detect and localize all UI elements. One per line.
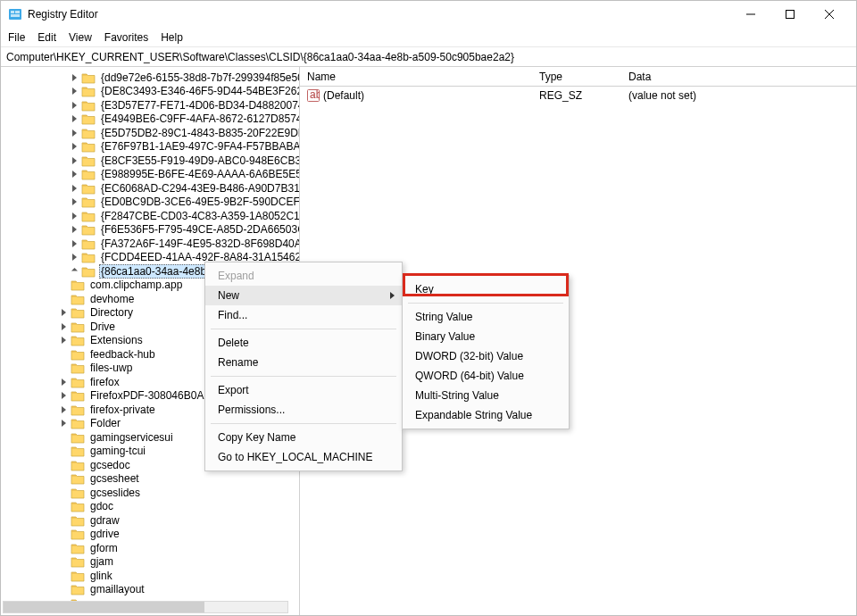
tree-item[interactable]: {EC6068AD-C294-43E9-B486-A90D7B31E3CB} xyxy=(4,181,299,196)
tree-item[interactable]: gjam xyxy=(4,555,299,570)
ctx-delete[interactable]: Delete xyxy=(205,333,402,353)
folder-icon xyxy=(81,251,96,263)
tree-item[interactable]: gdraw xyxy=(4,513,299,528)
ctx-goto-hklm[interactable]: Go to HKEY_LOCAL_MACHINE xyxy=(205,447,402,467)
chevron-right-icon[interactable] xyxy=(69,183,79,194)
menu-help[interactable]: Help xyxy=(161,31,183,44)
tree-item[interactable]: {E5D75DB2-89C1-4843-B835-20F22E9DDC93} xyxy=(4,126,299,140)
folder-icon xyxy=(71,320,85,333)
folder-icon xyxy=(71,472,85,485)
ctx-new-string[interactable]: String Value xyxy=(403,307,569,327)
chevron-right-icon[interactable] xyxy=(69,86,79,96)
chevron-right-icon[interactable] xyxy=(58,404,69,415)
menu-file[interactable]: File xyxy=(8,31,25,44)
tree-item[interactable]: gcsesheet xyxy=(4,472,299,487)
col-header-name[interactable]: Name xyxy=(300,71,532,83)
folder-icon xyxy=(71,279,85,291)
scrollbar-thumb[interactable] xyxy=(4,602,204,612)
ctx-new-dword[interactable]: DWORD (32-bit) Value xyxy=(403,346,569,366)
tree-item-label: Extensions xyxy=(88,334,145,346)
chevron-right-icon[interactable] xyxy=(69,128,79,138)
ctx-new-multistring[interactable]: Multi-String Value xyxy=(403,386,569,405)
folder-icon xyxy=(81,223,96,236)
chevron-right-icon[interactable] xyxy=(69,196,79,207)
tree-item-label: feedback-hub xyxy=(88,348,157,361)
folder-icon xyxy=(81,85,96,97)
ctx-copy-key-name[interactable]: Copy Key Name xyxy=(205,428,402,447)
tree-item-label: gaming-tcui xyxy=(88,445,147,457)
chevron-right-icon[interactable] xyxy=(69,72,79,83)
value-row[interactable]: (Default) REG_SZ (value not set) xyxy=(300,87,856,104)
ctx-new-key[interactable]: Key xyxy=(403,279,569,299)
tree-item[interactable]: gform xyxy=(4,541,299,555)
tree-item[interactable]: {F6E536F5-F795-49CE-A85D-2DA66503C6F1} xyxy=(4,223,299,237)
ctx-rename[interactable]: Rename xyxy=(205,353,402,372)
folder-icon xyxy=(71,555,85,568)
folder-icon xyxy=(71,542,85,554)
tree-item[interactable]: gmaillayout xyxy=(4,583,299,597)
ctx-export[interactable]: Export xyxy=(205,380,402,400)
chevron-down-icon[interactable] xyxy=(69,266,79,277)
ctx-permissions[interactable]: Permissions... xyxy=(205,400,402,420)
tree-item-label: {F6E536F5-F795-49CE-A85D-2DA66503C6F1} xyxy=(99,223,300,236)
chevron-right-icon[interactable] xyxy=(69,141,79,152)
tree-item[interactable]: gdoc xyxy=(4,500,299,514)
chevron-right-icon[interactable] xyxy=(58,390,69,401)
menu-edit[interactable]: Edit xyxy=(37,31,56,44)
registry-editor-window: Registry Editor File Edit View Favorites… xyxy=(0,0,857,616)
chevron-right-icon[interactable] xyxy=(58,335,69,345)
chevron-right-icon[interactable] xyxy=(69,100,79,111)
folder-icon xyxy=(71,404,85,416)
ctx-new-qword[interactable]: QWORD (64-bit) Value xyxy=(403,366,569,386)
chevron-right-icon[interactable] xyxy=(58,377,69,387)
chevron-right-icon[interactable] xyxy=(69,155,79,166)
col-header-data[interactable]: Data xyxy=(621,71,856,83)
folder-icon xyxy=(71,389,85,402)
maximize-button[interactable] xyxy=(770,1,810,28)
address-input[interactable] xyxy=(6,51,851,63)
tree-item[interactable]: {F2847CBE-CD03-4C83-A359-1A8052C1B9D5} xyxy=(4,209,299,223)
minimize-button[interactable] xyxy=(731,1,770,28)
tree-item[interactable]: glink xyxy=(4,569,299,583)
chevron-right-icon[interactable] xyxy=(69,252,79,262)
tree-item[interactable]: {ED0BC9DB-3CE6-49E5-9B2F-590DCEF8C016} xyxy=(4,196,299,210)
chevron-right-icon[interactable] xyxy=(69,113,79,124)
tree-item-label: gcsesheet xyxy=(88,472,141,485)
tree-item[interactable]: {E76F97B1-1AE9-497C-9FA4-F57BBABAD54A} xyxy=(4,140,299,154)
chevron-right-icon[interactable] xyxy=(58,321,69,332)
values-header: Name Type Data xyxy=(300,67,856,87)
chevron-right-icon[interactable] xyxy=(69,238,79,249)
chevron-right-icon[interactable] xyxy=(58,307,69,318)
tree-item[interactable]: {FA372A6F-149F-4E95-832D-8F698D40AD7F} xyxy=(4,237,299,251)
tree-item[interactable]: {dd9e72e6-6155-38d8-7b7f-299394f85e50} xyxy=(4,71,299,85)
folder-icon xyxy=(71,293,85,305)
tree-item-label: {DE8C3493-E346-46F5-9D44-54BE3F262AFC} xyxy=(99,85,300,97)
folder-icon xyxy=(71,487,85,499)
value-name: (Default) xyxy=(323,89,364,102)
tree-item[interactable]: {E4949BE6-C9FF-4AFA-8672-6127D857418B} xyxy=(4,112,299,127)
col-header-type[interactable]: Type xyxy=(532,71,621,83)
chevron-right-icon[interactable] xyxy=(69,211,79,221)
tree-item[interactable]: gcseslides xyxy=(4,486,299,500)
menu-view[interactable]: View xyxy=(69,31,92,44)
folder-icon xyxy=(81,265,96,278)
folder-icon xyxy=(81,99,96,112)
context-submenu-new: Key String Value Binary Value DWORD (32-… xyxy=(402,275,570,429)
tree-item[interactable]: gdrive xyxy=(4,528,299,542)
menu-favorites[interactable]: Favorites xyxy=(104,31,148,44)
ctx-find[interactable]: Find... xyxy=(205,305,402,325)
chevron-right-icon[interactable] xyxy=(69,169,79,179)
ctx-new[interactable]: New xyxy=(205,286,402,305)
chevron-right-icon[interactable] xyxy=(58,418,69,429)
tree-item[interactable]: {E988995E-B6FE-4E69-AAAA-6A6BE5E5A016} xyxy=(4,168,299,182)
tree-item[interactable]: {E8CF3E55-F919-49D9-ABC0-948E6CB34B9F} xyxy=(4,154,299,168)
folder-icon xyxy=(81,237,96,250)
ctx-new-binary[interactable]: Binary Value xyxy=(403,327,569,346)
chevron-right-icon[interactable] xyxy=(69,224,79,235)
close-button[interactable] xyxy=(810,1,849,28)
tree-item[interactable]: {E3D57E77-FE71-4D06-BD34-D48820074909} xyxy=(4,98,299,112)
ctx-new-expandstring[interactable]: Expandable String Value xyxy=(403,405,569,425)
tree-item-label: com.clipchamp.app xyxy=(88,279,184,291)
tree-item[interactable]: {DE8C3493-E346-46F5-9D44-54BE3F262AFC} xyxy=(4,85,299,99)
tree-horizontal-scrollbar[interactable] xyxy=(3,601,288,613)
